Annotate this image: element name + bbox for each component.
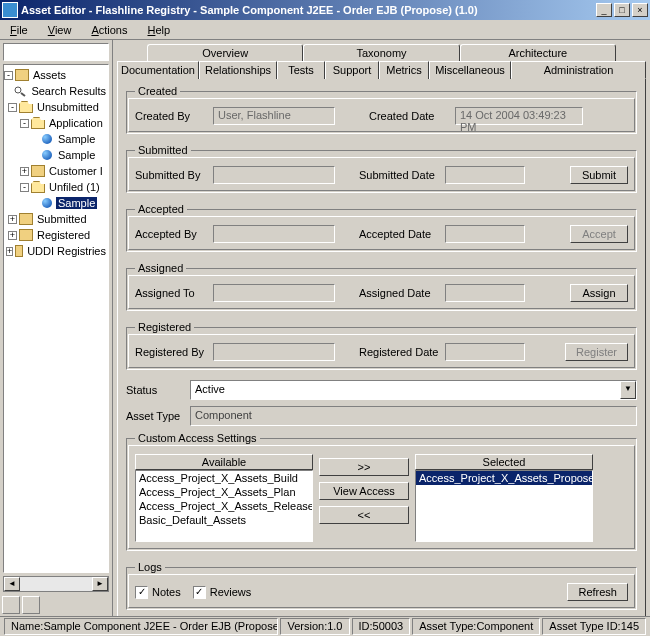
registered-by-label: Registered By (135, 346, 207, 358)
window-title: Asset Editor - Flashline Registry - Samp… (21, 4, 594, 16)
asset-tree[interactable]: -Assets Search Results -Unsubmitted -App… (3, 64, 109, 573)
move-left-button[interactable]: << (319, 506, 409, 524)
notes-checkbox[interactable]: ✓Notes (135, 586, 181, 599)
tree-node-application[interactable]: -Application (4, 115, 108, 131)
list-item[interactable]: Access_Project_X_Assets_Propose (416, 471, 592, 485)
fieldset-accepted: Accepted Accepted By Accepted Date Accep… (126, 203, 637, 252)
created-by-value: User, Flashline (213, 107, 335, 125)
tab-administration[interactable]: Administration (511, 61, 646, 79)
tab-tests[interactable]: Tests (277, 61, 325, 79)
registered-date-label: Registered Date (359, 346, 439, 358)
submitted-date-value (445, 166, 525, 184)
legend-logs: Logs (135, 561, 165, 573)
submitted-date-label: Submitted Date (359, 169, 439, 181)
list-item[interactable]: Access_Project_X_Assets_Build (136, 471, 312, 485)
registered-by-value (213, 343, 335, 361)
menubar: File View Actions Help (0, 20, 650, 40)
menu-help[interactable]: Help (142, 22, 177, 38)
submitted-by-value (213, 166, 335, 184)
fieldset-logs: Logs ✓Notes ✓Reviews Refresh (126, 561, 637, 610)
legend-accepted: Accepted (135, 203, 187, 215)
asset-type-label: Asset Type (126, 410, 186, 422)
search-input[interactable] (3, 43, 109, 61)
reviews-checkbox[interactable]: ✓Reviews (193, 586, 252, 599)
submit-button[interactable]: Submit (570, 166, 628, 184)
tab-overview[interactable]: Overview (147, 44, 303, 61)
chevron-down-icon[interactable]: ▼ (620, 381, 636, 399)
cas-selected-list[interactable]: Access_Project_X_Assets_Propose (415, 470, 593, 542)
legend-assigned: Assigned (135, 262, 186, 274)
tree-scrollbar[interactable]: ◄► (3, 576, 109, 592)
status-combo[interactable]: Active ▼ (190, 380, 637, 400)
tree-node-uddi[interactable]: +UDDI Registries (4, 243, 108, 259)
move-right-button[interactable]: >> (319, 458, 409, 476)
maximize-button[interactable]: □ (614, 3, 630, 17)
tab-miscellaneous[interactable]: Miscellaneous (429, 61, 511, 79)
status-name: Name:Sample Component J2EE - Order EJB (… (4, 618, 278, 635)
menu-actions[interactable]: Actions (85, 22, 133, 38)
cas-available-list[interactable]: Access_Project_X_Assets_Build Access_Pro… (135, 470, 313, 542)
titlebar: Asset Editor - Flashline Registry - Samp… (0, 0, 650, 20)
sidebar: -Assets Search Results -Unsubmitted -App… (0, 40, 113, 616)
statusbar: Name:Sample Component J2EE - Order EJB (… (0, 616, 650, 636)
tree-node-submitted[interactable]: +Submitted (4, 211, 108, 227)
cas-available-header: Available (135, 454, 313, 470)
administration-panel: Created Created By User, Flashline Creat… (117, 79, 646, 616)
tree-node-search[interactable]: Search Results (4, 83, 108, 99)
status-label: Status (126, 384, 186, 396)
assigned-to-value (213, 284, 335, 302)
tree-node-assets[interactable]: -Assets (4, 67, 108, 83)
list-item[interactable]: Access_Project_X_Assets_Plan (136, 485, 312, 499)
registered-date-value (445, 343, 525, 361)
tree-node-sample1[interactable]: Sample (4, 131, 108, 147)
status-version: Version:1.0 (280, 618, 349, 635)
legend-registered: Registered (135, 321, 194, 333)
tree-node-sample-selected[interactable]: Sample (4, 195, 108, 211)
status-value: Active (191, 381, 620, 399)
svg-point-0 (15, 87, 21, 93)
fieldset-assigned: Assigned Assigned To Assigned Date Assig… (126, 262, 637, 311)
tree-node-registered[interactable]: +Registered (4, 227, 108, 243)
fieldset-registered: Registered Registered By Registered Date… (126, 321, 637, 370)
app-icon (2, 2, 18, 18)
legend-cas: Custom Access Settings (135, 432, 260, 444)
tab-support[interactable]: Support (325, 61, 379, 79)
refresh-button[interactable]: Refresh (567, 583, 628, 601)
tab-relationships[interactable]: Relationships (199, 61, 277, 79)
tree-node-sample2[interactable]: Sample (4, 147, 108, 163)
close-button[interactable]: × (632, 3, 648, 17)
assigned-date-label: Assigned Date (359, 287, 439, 299)
tab-metrics[interactable]: Metrics (379, 61, 429, 79)
view-access-button[interactable]: View Access (319, 482, 409, 500)
sidebar-tool-1[interactable] (2, 596, 20, 614)
accepted-date-label: Accepted Date (359, 228, 439, 240)
status-asset-type: Asset Type:Component (412, 618, 540, 635)
tab-architecture[interactable]: Architecture (460, 44, 616, 61)
tree-node-unsubmitted[interactable]: -Unsubmitted (4, 99, 108, 115)
status-id: ID:50003 (352, 618, 411, 635)
tree-node-unfiled[interactable]: -Unfiled (1) (4, 179, 108, 195)
list-item[interactable]: Access_Project_X_Assets_Release (136, 499, 312, 513)
created-date-label: Created Date (369, 110, 449, 122)
created-date-value: 14 Oct 2004 03:49:23 PM (455, 107, 583, 125)
tree-node-customer[interactable]: +Customer I (4, 163, 108, 179)
legend-submitted: Submitted (135, 144, 191, 156)
tab-documentation[interactable]: Documentation (117, 61, 199, 79)
submitted-by-label: Submitted By (135, 169, 207, 181)
accept-button: Accept (570, 225, 628, 243)
assign-button[interactable]: Assign (570, 284, 628, 302)
status-asset-type-id: Asset Type ID:145 (542, 618, 646, 635)
fieldset-submitted: Submitted Submitted By Submitted Date Su… (126, 144, 637, 193)
tab-taxonomy[interactable]: Taxonomy (303, 44, 459, 61)
list-item[interactable]: Basic_Default_Assets (136, 513, 312, 527)
created-by-label: Created By (135, 110, 207, 122)
fieldset-cas: Custom Access Settings Available Access_… (126, 432, 637, 551)
menu-file[interactable]: File (4, 22, 34, 38)
accepted-date-value (445, 225, 525, 243)
menu-view[interactable]: View (42, 22, 78, 38)
accepted-by-value (213, 225, 335, 243)
sidebar-tool-2[interactable] (22, 596, 40, 614)
assigned-date-value (445, 284, 525, 302)
minimize-button[interactable]: _ (596, 3, 612, 17)
legend-created: Created (135, 85, 180, 97)
